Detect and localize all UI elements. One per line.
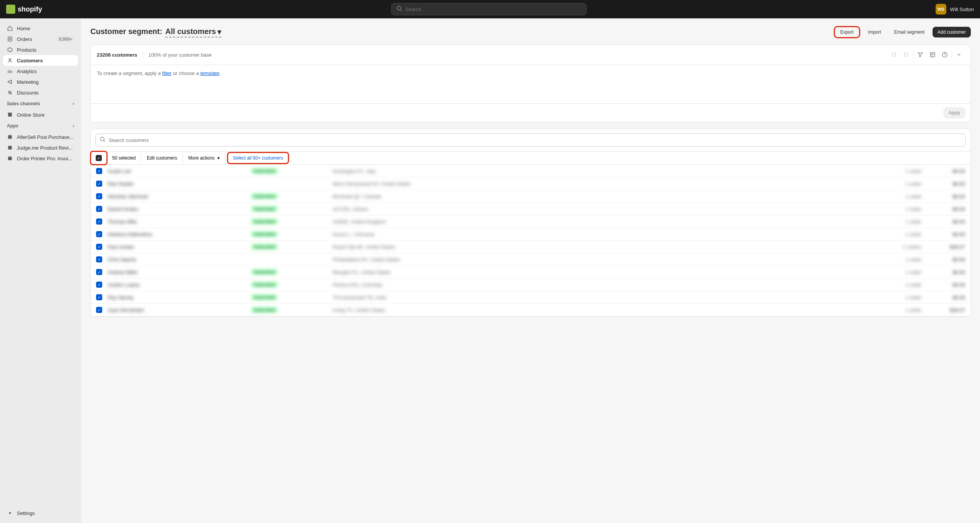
collapse-icon[interactable] — [954, 49, 964, 60]
segment-editor[interactable]: To create a segment, apply a filter or c… — [91, 65, 970, 103]
status-badge: Subscribed — [251, 206, 278, 212]
select-all-checkbox[interactable]: ✓ — [90, 151, 108, 165]
sidebar-item-online-store[interactable]: Online Store — [3, 109, 78, 120]
order-count: 1 order — [883, 168, 921, 174]
logo[interactable]: shopify — [6, 5, 42, 14]
customer-location: Huntington FL, Italy — [333, 168, 878, 174]
template-icon[interactable] — [927, 49, 938, 60]
customer-name: Andrés Loaiza — [108, 282, 245, 288]
more-actions-button[interactable]: More actions ▾ — [183, 152, 226, 164]
table-row[interactable]: ✓Andrew MillerSubscribedMargate FL, Unit… — [91, 266, 970, 279]
import-button[interactable]: Import — [863, 27, 886, 37]
svg-rect-5 — [8, 135, 12, 139]
global-search[interactable] — [391, 3, 586, 15]
apply-button: Apply — [944, 108, 965, 118]
table-row[interactable]: ✓Nicholas StenhuidSubscribedMontreal QC,… — [91, 190, 970, 203]
sidebar-item-settings[interactable]: Settings — [3, 508, 78, 518]
redo-icon — [901, 49, 911, 60]
table-row[interactable]: ✓Thomas MillsSubscribedSuffolk, United K… — [91, 215, 970, 228]
row-checkbox[interactable]: ✓ — [96, 218, 102, 225]
search-icon — [100, 136, 106, 144]
customer-location: Pereira RIS, Colombia — [333, 282, 878, 288]
search-input[interactable] — [405, 7, 581, 12]
apps-header[interactable]: Apps › — [3, 120, 78, 132]
table-search-input[interactable] — [109, 137, 962, 143]
sidebar-item-orders[interactable]: Orders9,999+ — [3, 34, 78, 44]
table-row[interactable]: ✓Daniel AmakuSubscribedACCRA, Ghana1 ord… — [91, 203, 970, 215]
order-count: 1 order — [883, 219, 921, 225]
sidebar-app-item[interactable]: Order Printer Pro: Invoi... — [3, 153, 78, 164]
shopify-icon — [6, 5, 15, 14]
sales-channels-header[interactable]: Sales channels › — [3, 98, 78, 109]
row-checkbox[interactable]: ✓ — [96, 168, 102, 174]
amount: $0.00 — [927, 181, 965, 187]
filter-link[interactable]: filter — [162, 70, 172, 76]
sidebar-app-item[interactable]: Judge.me Product Revi... — [3, 142, 78, 153]
customer-location: Montreal QC, Canada — [333, 194, 878, 199]
customer-name: Juan Hernández — [108, 307, 245, 313]
row-checkbox[interactable]: ✓ — [96, 269, 102, 275]
row-checkbox[interactable]: ✓ — [96, 244, 102, 250]
svg-rect-6 — [8, 146, 12, 150]
table-row[interactable]: ✓Giedrius KalkevikiusSubscribedKauno r.,… — [91, 228, 970, 241]
row-checkbox[interactable]: ✓ — [96, 307, 102, 313]
table-row[interactable]: ✓Roy HarveySubscribedThruvananada TN, In… — [91, 291, 970, 304]
table-row[interactable]: ✓Austin LeeSubscribedHuntington FL, Ital… — [91, 165, 970, 178]
gear-icon — [7, 510, 13, 516]
row-checkbox[interactable]: ✓ — [96, 206, 102, 212]
help-icon[interactable] — [939, 49, 950, 60]
row-checkbox[interactable]: ✓ — [96, 193, 102, 199]
order-count: 1 order — [883, 206, 921, 212]
customer-name: Nicholas Stenhuid — [108, 194, 245, 199]
sidebar-item-products[interactable]: Products — [3, 44, 78, 55]
table-row[interactable]: ✓Juan HernándezSubscribedIrving TX, Unit… — [91, 304, 970, 316]
home-icon — [7, 25, 13, 31]
row-checkbox[interactable]: ✓ — [96, 294, 102, 300]
add-customer-button[interactable]: Add customer — [933, 27, 971, 37]
table-row[interactable]: ✓Rob SnyderWest Hempstead NY, United Sta… — [91, 178, 970, 190]
filter-icon[interactable] — [915, 49, 926, 60]
sidebar-item-analytics[interactable]: Analytics — [3, 66, 78, 77]
export-button[interactable]: Export — [834, 26, 860, 38]
segment-editor-card: 23208 customers 100% of your customer ba… — [90, 44, 971, 122]
table-row[interactable]: ✓Chris NawrtoPhiladelphia PA, United Sta… — [91, 253, 970, 266]
caret-down-icon: ▾ — [217, 155, 220, 161]
marketing-icon — [7, 79, 13, 85]
sidebar-item-customers[interactable]: Customers — [3, 55, 78, 66]
sidebar: HomeOrders9,999+ProductsCustomersAnalyti… — [0, 18, 81, 523]
order-count: 1 order — [883, 307, 921, 313]
app-icon — [7, 145, 13, 151]
table-search[interactable] — [95, 134, 966, 147]
amount: $0.00 — [927, 168, 965, 174]
page-title: Customer segment: — [90, 27, 162, 36]
row-checkbox[interactable]: ✓ — [96, 282, 102, 288]
order-count: 1 order — [883, 194, 921, 199]
row-checkbox[interactable]: ✓ — [96, 256, 102, 262]
customer-name: Daniel Amaku — [108, 206, 245, 212]
sidebar-item-marketing[interactable]: Marketing — [3, 77, 78, 87]
checkbox-icon: ✓ — [96, 155, 102, 161]
row-checkbox[interactable]: ✓ — [96, 231, 102, 237]
table-row[interactable]: ✓Paul JordanSubscribedRoyal Oak MI, Unit… — [91, 241, 970, 253]
select-all-50plus-button[interactable]: Select all 50+ customers — [227, 152, 289, 164]
sidebar-app-item[interactable]: AfterSell Post Purchase... — [3, 132, 78, 142]
customer-name: Andrew Miller — [108, 269, 245, 275]
amount: $0.00 — [927, 257, 965, 262]
user-menu[interactable]: WS Will Sutton — [936, 4, 974, 15]
amount: $0.00 — [927, 295, 965, 300]
sidebar-item-home[interactable]: Home — [3, 23, 78, 34]
segment-selector[interactable]: All customers ▾ — [165, 27, 221, 37]
customer-location: Margate FL, United States — [333, 269, 878, 275]
sidebar-item-discounts[interactable]: Discounts — [3, 87, 78, 98]
edit-customers-button[interactable]: Edit customers — [141, 152, 183, 164]
template-link[interactable]: template — [200, 70, 219, 76]
order-count: 2 orders — [883, 244, 921, 250]
email-segment-button[interactable]: Email segment — [889, 27, 929, 37]
table-row[interactable]: ✓Andrés LoaizaSubscribedPereira RIS, Col… — [91, 279, 970, 291]
svg-point-3 — [8, 91, 10, 92]
row-checkbox[interactable]: ✓ — [96, 181, 102, 187]
status-badge: Subscribed — [251, 294, 278, 300]
svg-rect-9 — [930, 52, 934, 57]
app-icon — [7, 134, 13, 140]
chevron-right-icon: › — [73, 101, 74, 106]
